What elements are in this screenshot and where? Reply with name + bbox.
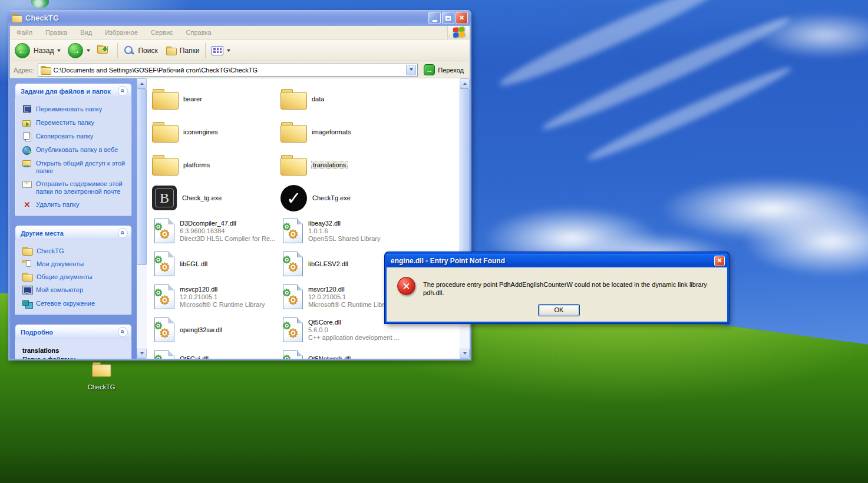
windows-flag-icon (453, 27, 465, 38)
collapse-chevron-icon[interactable]: « (118, 228, 128, 238)
menu-file[interactable]: Файл (10, 29, 39, 36)
task-email-folder[interactable]: Отправить содержимое этой папки по элект… (22, 180, 127, 196)
dll-icon: ⚙⚙ (283, 317, 303, 342)
file-tile-iconengines[interactable]: iconengines (152, 115, 280, 148)
taskpane-scrollbar[interactable] (137, 78, 147, 359)
desktop-folder-checktg[interactable]: CheckTG (82, 359, 120, 391)
file-tile-dll[interactable]: ⚙⚙ libEGL.dll (152, 247, 280, 280)
publish-web-icon (22, 145, 32, 154)
dialog-close-button[interactable]: ✕ (714, 256, 725, 266)
title-bar[interactable]: CheckTG ✕ (8, 10, 471, 26)
share-icon (22, 159, 32, 168)
panel-details: Подробно « translations Папка с файлами … (15, 325, 131, 359)
menu-view[interactable]: Вид (74, 29, 98, 36)
place-my-documents[interactable]: Мои документы (22, 260, 127, 268)
details-file-name: translations (22, 347, 127, 354)
place-my-computer[interactable]: Мой компьютер (22, 286, 127, 295)
email-icon (22, 180, 32, 188)
error-dialog: engine.dll - Entry Point Not Found ✕ ✕ T… (385, 252, 729, 323)
scrollbar-thumb[interactable] (137, 88, 147, 265)
task-share-folder[interactable]: Открыть общий доступ к этой папке (22, 159, 127, 175)
folders-icon (166, 47, 176, 54)
back-dropdown-icon[interactable] (57, 49, 61, 54)
file-tile-checktg-exe[interactable]: ✓ CheckTg.exe (280, 181, 409, 214)
views-icon[interactable] (212, 46, 223, 55)
ok-button[interactable]: OK (538, 304, 580, 316)
minimize-button[interactable] (428, 12, 441, 24)
file-tile-dll[interactable]: ⚙⚙ Qt5Gui.dll5.6.0.0 (152, 346, 280, 359)
panel-file-tasks-header[interactable]: Задачи для файлов и папок « (15, 84, 131, 98)
search-button[interactable]: Поиск (138, 47, 157, 55)
dll-icon: ⚙⚙ (154, 317, 174, 342)
menu-edit[interactable]: Правка (39, 29, 74, 36)
task-pane: Задачи для файлов и папок « Переименоват… (10, 78, 137, 359)
folder-icon (152, 89, 178, 109)
file-tile-dll[interactable]: ⚙⚙ libeay32.dll1.0.1.6OpenSSL Shared Lib… (280, 214, 409, 247)
task-delete-folder[interactable]: ✕ Удалить папку (22, 200, 127, 209)
file-tile-dll[interactable]: ⚙⚙ Qt5Network.dll5.6.0.0 (280, 346, 409, 359)
file-tile-data[interactable]: data (280, 82, 409, 115)
folder-icon (22, 273, 32, 280)
dialog-body: ✕ The procedure entry point PdhAddEnglis… (387, 267, 727, 323)
task-move-folder[interactable]: Переместить папку (22, 118, 127, 127)
panel-details-header[interactable]: Подробно « (15, 325, 131, 339)
back-label[interactable]: Назад (34, 47, 54, 55)
views-dropdown-icon[interactable] (227, 49, 230, 54)
panel-other-places-header[interactable]: Другие места « (15, 226, 131, 240)
address-folder-icon (41, 66, 51, 74)
panel-title: Задачи для файлов и папок (21, 88, 111, 95)
collapse-chevron-icon[interactable]: « (118, 327, 128, 337)
window-folder-icon (12, 14, 22, 22)
menu-bar: Файл Правка Вид Избранное Сервис Справка (10, 26, 470, 39)
scroll-down-button[interactable] (137, 349, 147, 359)
folder-icon (152, 122, 178, 142)
panel-file-tasks: Задачи для файлов и папок « Переименоват… (15, 84, 131, 216)
file-tile-translations-selected[interactable]: translations (280, 148, 409, 181)
window-title: CheckTG (25, 14, 427, 22)
menu-tools[interactable]: Сервис (144, 29, 180, 36)
go-button[interactable]: → Переход (421, 64, 466, 75)
folder-icon (22, 247, 32, 254)
file-tile-dll[interactable]: ⚙⚙ opengl32sw.dll (152, 313, 280, 346)
task-copy-folder[interactable]: Скопировать папку (22, 132, 127, 141)
scroll-up-button[interactable] (460, 78, 470, 88)
back-button[interactable]: ← (15, 43, 30, 58)
my-documents-icon (22, 260, 32, 267)
folders-button[interactable]: Папки (180, 47, 200, 55)
panel-other-places: Другие места « CheckTG Мои документы (15, 226, 131, 315)
task-publish-folder[interactable]: Опубликовать папку в вебе (22, 145, 127, 154)
address-value[interactable]: C:\Documents and Settings\GOSEF\Рабочий … (54, 67, 404, 74)
dll-icon: ⚙⚙ (283, 350, 303, 359)
forward-dropdown-icon[interactable] (87, 49, 90, 54)
toolbar-separator (117, 43, 118, 58)
maximize-button[interactable] (442, 12, 454, 24)
file-tile-bearer[interactable]: bearer (152, 82, 280, 115)
address-input[interactable]: C:\Documents and Settings\GOSEF\Рабочий … (38, 64, 418, 77)
menu-help[interactable]: Справка (180, 29, 218, 36)
place-shared-documents[interactable]: Общие документы (22, 273, 127, 281)
task-rename-folder[interactable]: Переименовать папку (22, 105, 127, 114)
file-tile-check-tg-exe[interactable]: B Check_tg.exe (152, 181, 280, 214)
menu-favorites[interactable]: Избранное (98, 29, 144, 36)
address-bar: Адрес: C:\Documents and Settings\GOSEF\Р… (10, 62, 470, 78)
up-button[interactable] (97, 45, 111, 57)
dll-icon: ⚙⚙ (283, 252, 303, 276)
dll-icon: ⚙⚙ (154, 219, 174, 243)
collapse-chevron-icon[interactable]: « (118, 86, 128, 96)
place-network[interactable]: Сетевое окружение (22, 299, 127, 308)
close-button[interactable]: ✕ (456, 12, 468, 24)
desktop: CheckTG CheckTG ✕ Файл Правка Вид Избран… (0, 0, 868, 483)
file-tile-imageformats[interactable]: imageformats (280, 115, 409, 148)
details-file-type: Папка с файлами (22, 356, 127, 359)
file-tile-dll[interactable]: ⚙⚙ msvcp120.dll12.0.21005.1Microsoft® C … (152, 280, 280, 313)
dll-icon: ⚙⚙ (154, 350, 174, 359)
scroll-down-button[interactable] (460, 349, 470, 359)
address-dropdown-button[interactable] (406, 65, 416, 75)
file-tile-dll[interactable]: ⚙⚙ D3Dcompiler_47.dll6.3.9600.16384Direc… (152, 214, 280, 247)
dialog-title-bar[interactable]: engine.dll - Entry Point Not Found ✕ (387, 254, 727, 267)
place-checktg[interactable]: CheckTG (22, 247, 127, 255)
delete-icon: ✕ (22, 200, 32, 209)
scroll-up-button[interactable] (137, 78, 147, 88)
file-tile-platforms[interactable]: platforms (152, 148, 280, 181)
forward-button[interactable]: → (68, 43, 83, 58)
